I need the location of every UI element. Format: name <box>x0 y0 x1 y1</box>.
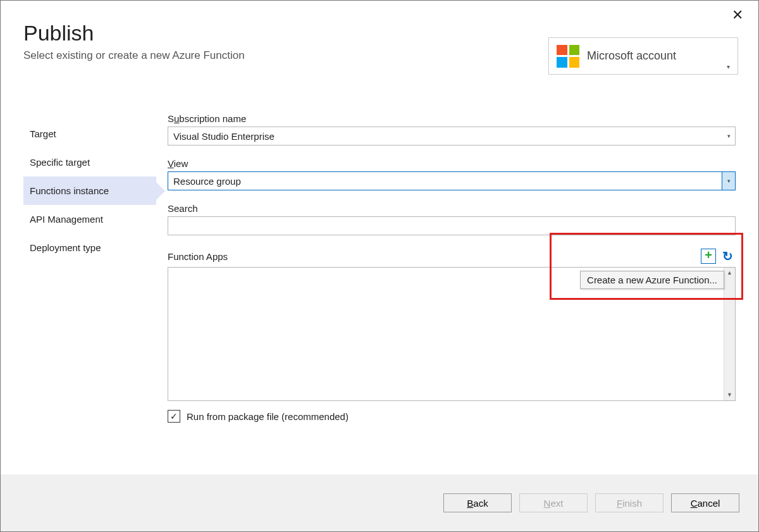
view-select[interactable]: Resource group ▾ <box>168 171 736 190</box>
finish-button: Finish <box>595 493 663 512</box>
scroll-up-icon[interactable]: ▲ <box>724 268 735 278</box>
account-label: Microsoft account <box>587 49 727 63</box>
wizard-sidebar: Target Specific target Functions instanc… <box>23 113 156 474</box>
function-apps-label: Function Apps <box>168 251 698 262</box>
search-label: Search <box>168 203 736 214</box>
plus-icon: + <box>701 249 716 264</box>
chevron-down-icon: ▾ <box>722 127 735 145</box>
close-button[interactable]: ✕ <box>732 8 743 22</box>
subscription-label: Subscription name <box>168 113 736 124</box>
chevron-down-icon: ▾ <box>727 63 730 70</box>
new-function-button[interactable]: + <box>700 248 717 264</box>
run-from-package-label: Run from package file (recommended) <box>187 411 349 422</box>
account-picker[interactable]: Microsoft account ▾ <box>548 37 738 75</box>
create-function-tooltip: Create a new Azure Function... <box>580 271 724 289</box>
sidebar-item-api-management[interactable]: API Management <box>23 205 156 233</box>
sidebar-item-target[interactable]: Target <box>23 120 156 148</box>
search-input[interactable] <box>168 216 736 235</box>
run-from-package-checkbox[interactable]: ✓ Run from package file (recommended) <box>168 410 736 423</box>
refresh-icon: ↻ <box>722 249 733 264</box>
sidebar-item-specific-target[interactable]: Specific target <box>23 148 156 176</box>
publish-dialog: ✕ Microsoft account ▾ Publish Select exi… <box>0 0 759 532</box>
sidebar-item-functions-instance[interactable]: Functions instance <box>23 176 156 205</box>
cancel-button[interactable]: Cancel <box>671 493 739 512</box>
subscription-value: Visual Studio Enterprise <box>173 131 275 142</box>
dialog-footer: Back Next Finish Cancel <box>1 474 758 531</box>
view-value: Resource group <box>173 176 241 187</box>
next-button: Next <box>519 493 588 512</box>
checkbox-icon: ✓ <box>168 410 180 423</box>
dialog-body: Target Specific target Functions instanc… <box>23 113 736 474</box>
scrollbar[interactable]: ▲ ▼ <box>724 268 735 400</box>
refresh-button[interactable]: ↻ <box>719 248 736 264</box>
back-button[interactable]: Back <box>443 493 512 512</box>
subscription-select[interactable]: Visual Studio Enterprise ▾ <box>168 127 736 145</box>
scroll-down-icon[interactable]: ▼ <box>724 390 735 400</box>
view-label: View <box>168 158 736 169</box>
sidebar-item-deployment-type[interactable]: Deployment type <box>23 233 156 262</box>
chevron-down-icon: ▾ <box>722 172 735 190</box>
wizard-main: Subscription name Visual Studio Enterpri… <box>156 113 736 474</box>
microsoft-logo-icon <box>557 45 579 68</box>
